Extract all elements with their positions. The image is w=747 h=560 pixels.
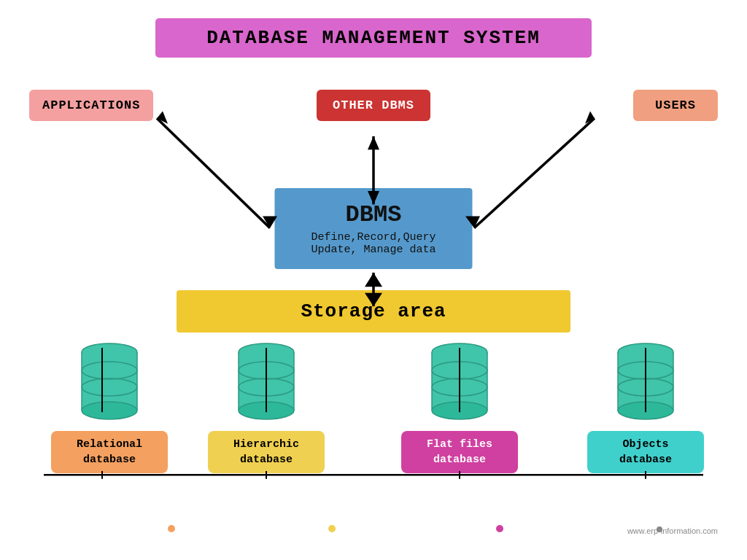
dbms-title: DBMS [311,201,436,228]
cylinder-3 [430,338,489,425]
dot-1 [168,525,175,532]
svg-marker-7 [368,136,379,149]
svg-marker-1 [157,111,168,123]
svg-point-44 [618,402,673,419]
storage-label: Storage area [301,300,446,322]
dbms-line1: Define,Record,Query [311,231,436,244]
hierarchic-label: Hierarchicdatabase [208,431,325,473]
storage-box: Storage area [177,290,570,332]
title-text: DATABASE MANAGEMENT SYSTEM [206,27,541,49]
diagram: DATABASE MANAGEMENT SYSTEM [0,0,747,560]
objects-db: Objectsdatabase [587,338,704,473]
svg-line-3 [474,118,595,228]
svg-line-0 [157,118,270,228]
dot-3 [496,525,503,532]
users-box: USERS [633,90,718,121]
hierarchic-db: Hierarchicdatabase [208,338,325,473]
dot-2 [328,525,336,532]
svg-marker-4 [585,111,595,123]
applications-box: APPLICATIONS [29,90,153,121]
dbms-box: DBMS Define,Record,Query Update, Manage … [274,188,472,269]
flatfiles-db: Flat filesdatabase [401,338,518,473]
objects-label: Objectsdatabase [587,431,704,473]
flatfiles-label: Flat filesdatabase [401,431,518,473]
svg-marker-10 [365,273,382,287]
relational-db: Relationaldatabase [51,338,168,473]
cylinder-2 [237,338,295,425]
title-box: DATABASE MANAGEMENT SYSTEM [155,18,592,58]
svg-point-23 [82,402,137,419]
relational-label: Relationaldatabase [51,431,168,473]
diagram-body: APPLICATIONS OTHER DBMS USERS DBMS Defin… [22,75,725,545]
svg-point-37 [432,402,487,419]
dbms-line2: Update, Manage data [311,244,436,256]
cylinder-4 [616,338,675,425]
watermark: www.erp-information.com [627,526,718,535]
svg-point-30 [239,402,294,419]
cylinder-1 [80,338,139,425]
other-dbms-box: OTHER DBMS [317,90,430,121]
